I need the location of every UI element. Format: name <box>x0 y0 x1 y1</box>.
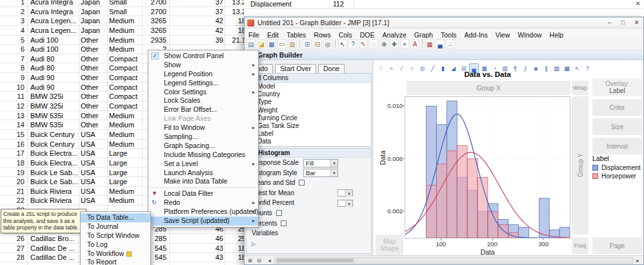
submenu-item-to-workflow[interactable]: To Workflow <box>81 249 150 259</box>
scrollbar-track[interactable] <box>274 257 633 264</box>
maximize-button[interactable]: □ <box>616 17 630 28</box>
paste-icon[interactable]: ⊟ <box>313 39 322 48</box>
freq-drop-zone[interactable]: Freq <box>572 237 589 254</box>
histogram-bar-displacement[interactable] <box>539 198 549 238</box>
menu-item-fit-to-window[interactable]: Fit to Window▸ <box>148 123 258 132</box>
column-item-type[interactable]: Type <box>247 98 371 106</box>
column-item-data[interactable]: Data <box>247 138 371 145</box>
color-drop-zone[interactable]: Color <box>592 99 642 116</box>
magnifier-tool-icon[interactable]: ⊕ <box>379 39 388 48</box>
page-drop-zone[interactable]: Page <box>592 237 642 254</box>
minimize-button[interactable]: – <box>603 17 616 28</box>
zoom-out-icon[interactable]: ⊖ <box>255 257 263 264</box>
menu-item-save-script-updated[interactable]: Save Script (updated)▸ <box>148 217 258 226</box>
map-shape-drop-zone[interactable]: Map Shape <box>376 235 403 255</box>
table-row[interactable]: 1Acura IntegraJapanSmall27003713.2 <box>0 0 248 7</box>
menu-item-legend-settings[interactable]: Legend Settings... <box>148 79 258 88</box>
counts-checkbox[interactable] <box>276 210 282 216</box>
histogram-bar-horsepower[interactable] <box>467 159 478 238</box>
menu-item-link-page-axes[interactable]: Link Page Axes <box>148 114 258 123</box>
histogram-svg[interactable] <box>405 97 570 238</box>
new-data-table-icon[interactable]: ▤ <box>247 39 256 48</box>
histogram-bar-horsepower[interactable] <box>427 186 437 238</box>
save-icon[interactable]: ▦ <box>267 39 276 48</box>
legend-entry-displacement[interactable]: Displacement <box>592 164 643 173</box>
histogram-bar-displacement[interactable] <box>519 228 529 238</box>
copy-icon[interactable]: ⊞ <box>303 39 312 48</box>
confid-percent-field[interactable]: ▾ <box>337 200 353 207</box>
column-item-turning-circle[interactable]: Turning Circle <box>247 114 371 122</box>
disclosure-triangle-icon[interactable]: ▷ <box>252 241 256 247</box>
table-row[interactable]: 5Audi 100OtherMedium29353921.1 <box>0 36 248 45</box>
size-drop-zone[interactable]: Size <box>592 118 642 135</box>
t-test-for-mean-field[interactable]: ▾ <box>337 189 353 196</box>
menu-item-set-a-level[interactable]: Set a Level▸ <box>148 160 258 169</box>
close-icon[interactable]: ✕ <box>636 0 641 7</box>
means-and-std-checkbox[interactable] <box>299 180 305 186</box>
horizontal-scrollbar[interactable]: ⊕ ⊖ ◂ ▸ <box>245 255 643 264</box>
arrow-tool-icon[interactable]: ↖ <box>338 39 347 48</box>
scroll-left-arrow-icon[interactable]: ◂ <box>265 257 274 264</box>
graph-builder-window[interactable]: Untitled 201 - Graph Builder - JMP [3] [… <box>244 17 644 265</box>
menu-item-lock-scales[interactable]: Lock Scales <box>148 96 258 105</box>
fit-y-by-x-icon[interactable]: ∴ <box>446 39 455 48</box>
pointer-mode-icon[interactable]: ↖ <box>572 63 582 73</box>
open-icon[interactable]: ◪ <box>257 39 266 48</box>
brush-tool-icon[interactable]: ✎ <box>359 39 368 48</box>
lasso-tool-icon[interactable]: ◌ <box>369 39 378 48</box>
histogram-bar-horsepower[interactable] <box>436 164 447 238</box>
smoother-icon[interactable]: ≈ <box>387 63 396 73</box>
column-item-model[interactable]: Model <box>247 83 371 90</box>
points-icon[interactable]: ∴ <box>376 63 386 73</box>
submenu-item-to-journal[interactable]: To Journal <box>81 222 150 231</box>
start-over-button[interactable]: Start Over <box>275 64 316 74</box>
help-tool-icon[interactable]: ? <box>348 39 357 48</box>
graph-builder-outline-header[interactable]: ▼ Graph Builder <box>245 50 643 60</box>
title-bar[interactable]: Untitled 201 - Graph Builder - JMP [3] [… <box>245 17 643 28</box>
menu-item-platform-preferences-updated[interactable]: Platform Preferences (updated)▸ <box>148 207 258 217</box>
column-item-gas-tank-size[interactable]: Gas Tank Size <box>247 122 371 130</box>
group-x-drop-zone[interactable]: Group X <box>407 81 570 95</box>
menu-item-show[interactable]: Show▸ <box>148 61 258 70</box>
scrollbar-thumb[interactable] <box>276 259 354 262</box>
legend-entry-horsepower[interactable]: Horsepower <box>592 173 643 181</box>
histogram-plot[interactable] <box>405 96 570 238</box>
menu-item-color-settings[interactable]: Color Settings▸ <box>148 88 258 97</box>
submenu-item-to-report[interactable]: To Report <box>81 258 150 265</box>
menu-item-local-data-filter[interactable]: ▼Local Data Filter <box>148 189 258 198</box>
zoom-in-icon[interactable]: ⊕ <box>246 257 254 264</box>
menu-item-error-bar-offset[interactable]: Error Bar Offset... <box>148 105 258 114</box>
question-icon[interactable]: ? <box>583 63 592 73</box>
close-button[interactable]: ✕ <box>630 17 643 28</box>
overlay-drop-zone[interactable]: Overlay: Label <box>592 78 642 96</box>
table-row[interactable]: 3Acura Legen...JapanMedium32654218 <box>0 16 248 26</box>
menu-item-redo[interactable]: ↻Redo▸ <box>148 198 258 207</box>
print-icon[interactable]: ▭ <box>277 39 287 48</box>
done-button[interactable]: Done <box>318 64 345 74</box>
menu-item-make-into-data-table[interactable]: Make into Data Table <box>148 177 258 186</box>
table-row[interactable]: 2Acura IntegraJapanSmall27003713.2 <box>0 7 248 17</box>
zoom-region-icon[interactable]: ◎ <box>323 39 332 48</box>
column-item-country[interactable]: Country <box>247 90 371 98</box>
data-table-icon[interactable]: ▦ <box>425 39 434 48</box>
column-item-label[interactable]: Label <box>247 130 371 138</box>
column-item-weight[interactable]: Weight <box>247 107 371 114</box>
percents-checkbox[interactable] <box>281 220 287 226</box>
submenu-item-to-script-window[interactable]: To Script Window <box>81 231 150 240</box>
menu-item-show-control-panel[interactable]: ✓Show Control Panel <box>148 52 258 61</box>
scroll-right-arrow-icon[interactable]: ▸ <box>634 257 642 264</box>
submenu-item-to-log[interactable]: To Log <box>81 240 150 249</box>
response-scale-dropdown[interactable]: Fill▾ <box>303 159 338 167</box>
submenu-item-to-data-table[interactable]: To Data Table... <box>81 213 150 222</box>
histogram-style-dropdown[interactable]: Bar▾ <box>303 169 338 177</box>
menu-item-sampling[interactable]: Sampling... <box>148 132 258 142</box>
menu-item-graph-spacing[interactable]: Graph Spacing... <box>148 142 258 151</box>
grabber-tool-icon[interactable]: ✚ <box>390 39 399 48</box>
wrap-drop-zone[interactable]: Wrap <box>572 81 589 95</box>
group-y-drop-zone[interactable]: Group Y <box>572 96 589 235</box>
annotate-tool-icon[interactable]: A <box>410 39 419 48</box>
table-row[interactable]: 4Acura Legen...JapanMedium32654218 <box>0 26 248 36</box>
menu-item-launch-analysis[interactable]: Launch Analysis <box>148 169 258 178</box>
distribution-icon[interactable]: ▄ <box>436 39 445 48</box>
menu-item-legend-position[interactable]: Legend Position▸ <box>148 70 258 79</box>
